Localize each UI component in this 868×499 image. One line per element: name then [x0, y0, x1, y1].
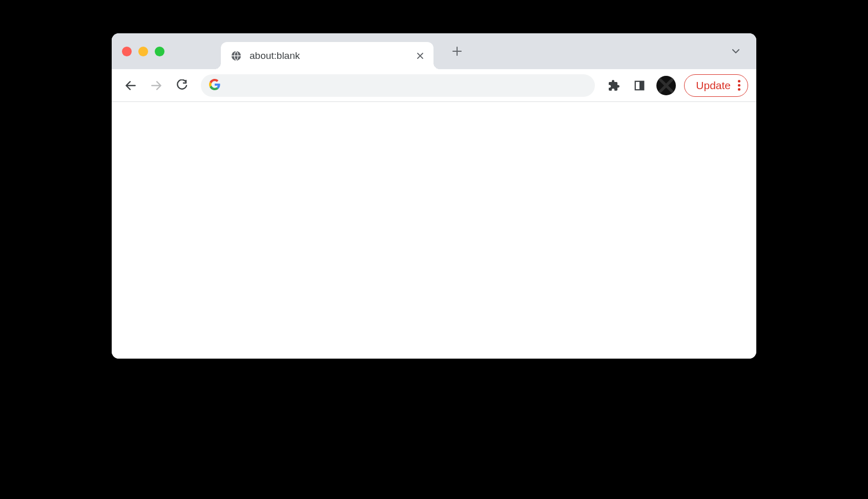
- new-tab-button[interactable]: [447, 41, 467, 61]
- fullscreen-window-button[interactable]: [155, 47, 164, 56]
- arrow-left-icon: [124, 79, 137, 92]
- address-input[interactable]: [226, 80, 587, 91]
- google-icon: [209, 79, 220, 92]
- tab-search-button[interactable]: [726, 41, 746, 61]
- tab-title: about:blank: [250, 50, 407, 61]
- forward-button[interactable]: [146, 75, 167, 96]
- reload-button[interactable]: [171, 75, 193, 96]
- close-window-button[interactable]: [122, 47, 132, 56]
- extensions-button[interactable]: [603, 75, 625, 96]
- chevron-down-icon: [731, 46, 741, 56]
- tab-strip: about:blank: [112, 33, 756, 69]
- address-bar[interactable]: [201, 74, 595, 97]
- arrow-right-icon: [150, 79, 163, 92]
- minimize-window-button[interactable]: [138, 47, 148, 56]
- svg-rect-2: [639, 81, 644, 90]
- menu-icon: [738, 80, 740, 91]
- update-button[interactable]: Update: [684, 74, 748, 97]
- browser-window: about:blank: [112, 33, 756, 359]
- update-label: Update: [696, 79, 731, 92]
- page-content: [112, 102, 756, 359]
- side-panel-button[interactable]: [629, 75, 650, 96]
- close-icon: [416, 52, 424, 60]
- panel-icon: [634, 80, 645, 91]
- reload-icon: [176, 79, 188, 92]
- globe-icon: [230, 50, 242, 62]
- plus-icon: [452, 46, 462, 56]
- back-button[interactable]: [120, 75, 141, 96]
- window-controls: [122, 47, 164, 56]
- puzzle-icon: [608, 79, 620, 92]
- browser-tab[interactable]: about:blank: [221, 42, 433, 69]
- profile-avatar[interactable]: [656, 76, 676, 95]
- toolbar: Update: [112, 69, 756, 102]
- close-tab-button[interactable]: [414, 50, 426, 62]
